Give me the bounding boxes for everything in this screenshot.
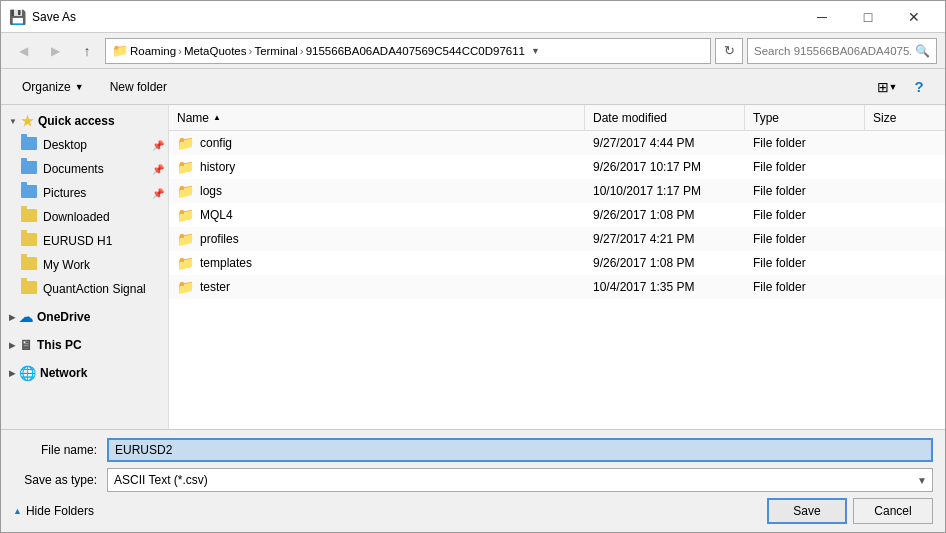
- quick-access-header[interactable]: ▼ ★ Quick access: [1, 109, 168, 133]
- sidebar-item-eurusd-label: EURUSD H1: [43, 234, 112, 248]
- documents-pin-icon: 📌: [152, 164, 164, 175]
- file-list: Name ▲ Date modified Type Size 📁 config: [169, 105, 945, 429]
- filename-row: File name:: [13, 438, 933, 462]
- sidebar-item-pictures[interactable]: Pictures 📌: [1, 181, 168, 205]
- sidebar-item-desktop[interactable]: Desktop 📌: [1, 133, 168, 157]
- address-path[interactable]: 📁 Roaming › MetaQuotes › Terminal › 9155…: [105, 38, 711, 64]
- quick-access-section: ▼ ★ Quick access Desktop 📌 Documents: [1, 109, 168, 301]
- thispc-chevron: ▶: [9, 341, 15, 350]
- sidebar-item-mywork-label: My Work: [43, 258, 90, 272]
- help-icon: ?: [914, 78, 923, 95]
- organize-label: Organize: [22, 80, 71, 94]
- hide-folders-toggle[interactable]: ▲ Hide Folders: [13, 500, 94, 522]
- title-icon: 💾: [9, 9, 26, 25]
- file-name-cell-5: 📁 templates: [169, 255, 585, 271]
- cancel-label: Cancel: [874, 504, 911, 518]
- network-icon: 🌐: [19, 365, 36, 381]
- back-button[interactable]: ◀: [9, 37, 37, 65]
- close-button[interactable]: ✕: [891, 1, 937, 33]
- mywork-folder-icon: [21, 257, 37, 273]
- thispc-header[interactable]: ▶ 🖥 This PC: [1, 333, 168, 357]
- toolbar: Organize ▼ New folder ⊞ ▼ ?: [1, 69, 945, 105]
- table-row[interactable]: 📁 templates 9/26/2017 1:08 PM File folde…: [169, 251, 945, 275]
- quick-access-label: Quick access: [38, 114, 115, 128]
- table-row[interactable]: 📁 MQL4 9/26/2017 1:08 PM File folder: [169, 203, 945, 227]
- bottom-section: File name: Save as type: ASCII Text (*.c…: [1, 429, 945, 532]
- savetype-wrapper: ASCII Text (*.csv) ▼: [107, 468, 933, 492]
- refresh-button[interactable]: ↻: [715, 38, 743, 64]
- title-bar-left: 💾 Save As: [9, 9, 76, 25]
- new-folder-label: New folder: [110, 80, 167, 94]
- sidebar-item-eurusd[interactable]: EURUSD H1: [1, 229, 168, 253]
- desktop-pin-icon: 📌: [152, 140, 164, 151]
- search-input[interactable]: [754, 45, 911, 57]
- sidebar-item-documents-label: Documents: [43, 162, 104, 176]
- folder-icon-5: 📁: [177, 255, 194, 271]
- col-size-header[interactable]: Size: [865, 105, 945, 130]
- folder-icon-2: 📁: [177, 183, 194, 199]
- quick-access-icon: ★: [21, 113, 34, 129]
- path-sep-2: ›: [249, 45, 253, 57]
- title-text: Save As: [32, 10, 76, 24]
- quick-access-chevron: ▼: [9, 117, 17, 126]
- sidebar-item-quantaction-label: QuantAction Signal: [43, 282, 146, 296]
- address-path-content: 📁 Roaming › MetaQuotes › Terminal › 9155…: [112, 43, 540, 58]
- col-type-header[interactable]: Type: [745, 105, 865, 130]
- path-dropdown-arrow[interactable]: ▼: [531, 46, 540, 56]
- sidebar-item-pictures-label: Pictures: [43, 186, 86, 200]
- network-header[interactable]: ▶ 🌐 Network: [1, 361, 168, 385]
- minimize-button[interactable]: ─: [799, 1, 845, 33]
- forward-button[interactable]: ▶: [41, 37, 69, 65]
- thispc-label: This PC: [37, 338, 82, 352]
- col-type-label: Type: [753, 111, 779, 125]
- view-dropdown-icon: ▼: [889, 82, 898, 92]
- maximize-button[interactable]: □: [845, 1, 891, 33]
- table-row[interactable]: 📁 tester 10/4/2017 1:35 PM File folder: [169, 275, 945, 299]
- search-icon: 🔍: [915, 44, 930, 58]
- new-folder-button[interactable]: New folder: [101, 74, 176, 100]
- help-button[interactable]: ?: [905, 73, 933, 101]
- table-row[interactable]: 📁 history 9/26/2017 10:17 PM File folder: [169, 155, 945, 179]
- file-date-3: 9/26/2017 1:08 PM: [585, 208, 745, 222]
- savetype-select[interactable]: ASCII Text (*.csv): [107, 468, 933, 492]
- file-date-4: 9/27/2017 4:21 PM: [585, 232, 745, 246]
- search-box[interactable]: 🔍: [747, 38, 937, 64]
- file-type-0: File folder: [745, 136, 865, 150]
- network-chevron: ▶: [9, 369, 15, 378]
- title-bar-controls: ─ □ ✕: [799, 1, 937, 33]
- organize-button[interactable]: Organize ▼: [13, 74, 93, 100]
- onedrive-header[interactable]: ▶ ☁ OneDrive: [1, 305, 168, 329]
- toolbar-right: ⊞ ▼ ?: [873, 73, 933, 101]
- up-button[interactable]: ↑: [73, 37, 101, 65]
- path-segment-id: 915566BA06ADA407569C544CC0D97611: [306, 45, 525, 57]
- path-segment-terminal: Terminal: [254, 45, 297, 57]
- path-sep-1: ›: [178, 45, 182, 57]
- onedrive-section: ▶ ☁ OneDrive: [1, 305, 168, 329]
- onedrive-chevron: ▶: [9, 313, 15, 322]
- col-size-label: Size: [873, 111, 896, 125]
- file-name-6: tester: [200, 280, 230, 294]
- file-name-cell-1: 📁 history: [169, 159, 585, 175]
- action-row: ▲ Hide Folders Save Cancel: [13, 498, 933, 524]
- file-name-cell-0: 📁 config: [169, 135, 585, 151]
- table-row[interactable]: 📁 logs 10/10/2017 1:17 PM File folder: [169, 179, 945, 203]
- file-name-1: history: [200, 160, 235, 174]
- cancel-button[interactable]: Cancel: [853, 498, 933, 524]
- col-date-header[interactable]: Date modified: [585, 105, 745, 130]
- sidebar-item-mywork[interactable]: My Work: [1, 253, 168, 277]
- table-row[interactable]: 📁 profiles 9/27/2017 4:21 PM File folder: [169, 227, 945, 251]
- col-name-header[interactable]: Name ▲: [169, 105, 585, 130]
- title-bar: 💾 Save As ─ □ ✕: [1, 1, 945, 33]
- savetype-row: Save as type: ASCII Text (*.csv) ▼: [13, 468, 933, 492]
- sidebar-item-downloaded[interactable]: Downloaded: [1, 205, 168, 229]
- address-bar: ◀ ▶ ↑ 📁 Roaming › MetaQuotes › Terminal …: [1, 33, 945, 69]
- filename-input[interactable]: [107, 438, 933, 462]
- sidebar-item-documents[interactable]: Documents 📌: [1, 157, 168, 181]
- thispc-section: ▶ 🖥 This PC: [1, 333, 168, 357]
- savetype-label: Save as type:: [13, 473, 103, 487]
- table-row[interactable]: 📁 config 9/27/2017 4:44 PM File folder: [169, 131, 945, 155]
- save-button[interactable]: Save: [767, 498, 847, 524]
- network-section: ▶ 🌐 Network: [1, 361, 168, 385]
- view-button[interactable]: ⊞ ▼: [873, 74, 901, 100]
- sidebar-item-quantaction[interactable]: QuantAction Signal: [1, 277, 168, 301]
